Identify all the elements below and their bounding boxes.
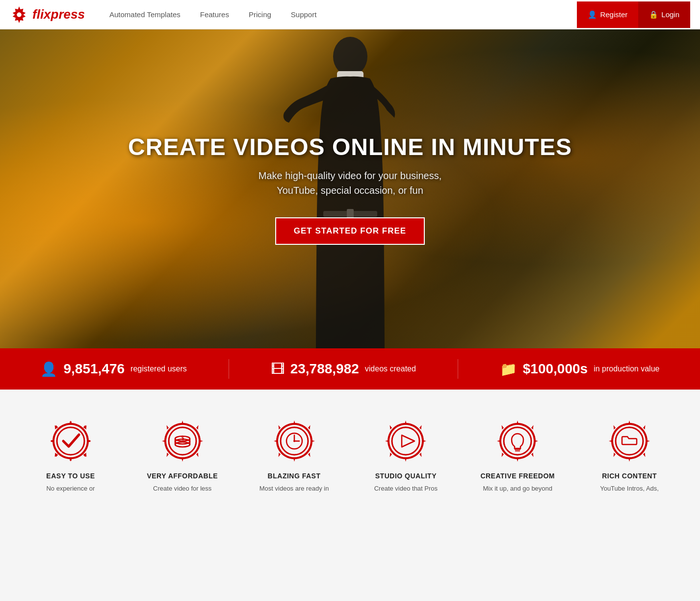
- hero-title: CREATE VIDEOS ONLINE IN MINUTES: [128, 133, 572, 160]
- login-button[interactable]: 🔒 Login: [638, 1, 690, 28]
- user-icon: 👤: [588, 10, 597, 19]
- feature-blazing-fast: BLAZING FAST Most videos are ready in: [248, 419, 341, 494]
- svg-point-6: [57, 427, 84, 455]
- lock-icon: 🔒: [649, 10, 658, 19]
- logo-text: flixpress: [32, 7, 85, 22]
- nav-item-support[interactable]: Support: [281, 0, 327, 28]
- nav-item-pricing[interactable]: Pricing: [239, 0, 281, 28]
- folder-icon: 📁: [500, 361, 517, 377]
- blazing-fast-icon: [272, 419, 316, 463]
- feature-freedom-desc: Mix it up, and go beyond: [483, 484, 552, 494]
- feature-quality-desc: Create video that Pros: [374, 484, 438, 494]
- logo[interactable]: flixpress: [10, 5, 85, 24]
- stat-divider-2: [458, 359, 458, 379]
- nav-links: Automated Templates Features Pricing Sup…: [100, 0, 577, 28]
- feature-content-title: RICH CONTENT: [602, 472, 657, 480]
- videos-number: 23,788,982: [290, 361, 359, 377]
- feature-easy-to-use: EASY TO USE No experience or: [24, 419, 117, 494]
- svg-point-26: [616, 427, 643, 455]
- feature-freedom-title: CREATIVE FREEDOM: [480, 472, 555, 480]
- stat-users: 👤 9,851,476 registered users: [40, 361, 186, 377]
- nav-item-features[interactable]: Features: [190, 0, 239, 28]
- users-icon: 👤: [40, 361, 57, 377]
- navbar: flixpress Automated Templates Features P…: [0, 0, 700, 29]
- logo-icon: [10, 5, 28, 24]
- feature-fast-title: BLAZING FAST: [268, 472, 321, 480]
- svg-text:$: $: [181, 436, 184, 441]
- hero-content: CREATE VIDEOS ONLINE IN MINUTES Make hig…: [0, 29, 700, 348]
- users-label: registered users: [130, 365, 187, 373]
- stat-divider-1: [229, 359, 229, 379]
- studio-quality-icon: [384, 419, 428, 463]
- stats-bar: 👤 9,851,476 registered users 🎞 23,788,98…: [0, 348, 700, 390]
- svg-point-1: [17, 12, 22, 17]
- features-grid: EASY TO USE No experience or: [20, 419, 680, 494]
- nav-item-automated-templates[interactable]: Automated Templates: [100, 0, 190, 28]
- svg-point-20: [293, 440, 295, 442]
- svg-marker-22: [402, 435, 415, 447]
- feature-easy-desc: No experience or: [46, 484, 95, 494]
- feature-creative-freedom: CREATIVE FREEDOM Mix it up, and go beyon…: [471, 419, 564, 494]
- register-button[interactable]: 👤 Register: [577, 1, 638, 28]
- svg-point-21: [392, 427, 419, 455]
- easy-to-use-icon: [49, 419, 93, 463]
- feature-easy-title: EASY TO USE: [46, 472, 95, 480]
- very-affordable-icon: $: [160, 419, 205, 463]
- features-section: EASY TO USE No experience or: [0, 390, 700, 513]
- videos-label: videos created: [365, 365, 416, 373]
- creative-freedom-icon: [495, 419, 540, 463]
- feature-studio-quality: STUDIO QUALITY Create video that Pros: [359, 419, 452, 494]
- feature-affordable-title: VERY AFFORDABLE: [147, 472, 218, 480]
- feature-fast-desc: Most videos are ready in: [259, 484, 329, 494]
- feature-quality-title: STUDIO QUALITY: [375, 472, 437, 480]
- users-number: 9,851,476: [63, 361, 125, 377]
- hero-cta-button[interactable]: GET STARTED FOR FREE: [275, 217, 425, 245]
- feature-content-desc: YouTube Intros, Ads,: [600, 484, 659, 494]
- value-number: $100,000s: [523, 361, 588, 377]
- feature-affordable-desc: Create video for less: [153, 484, 211, 494]
- feature-rich-content: RICH CONTENT YouTube Intros, Ads,: [583, 419, 676, 494]
- rich-content-icon: [607, 419, 651, 463]
- hero-section: CREATE VIDEOS ONLINE IN MINUTES Make hig…: [0, 29, 700, 348]
- hero-subtitle: Make high-quality video for your busines…: [259, 168, 442, 198]
- feature-very-affordable: $ VERY AFFORDABLE Create video for less: [136, 419, 229, 494]
- nav-auth: 👤 Register 🔒 Login: [577, 1, 690, 28]
- film-icon: 🎞: [271, 361, 285, 377]
- value-label: in production value: [594, 365, 659, 373]
- stat-value: 📁 $100,000s in production value: [500, 361, 660, 377]
- stat-videos: 🎞 23,788,982 videos created: [271, 361, 416, 377]
